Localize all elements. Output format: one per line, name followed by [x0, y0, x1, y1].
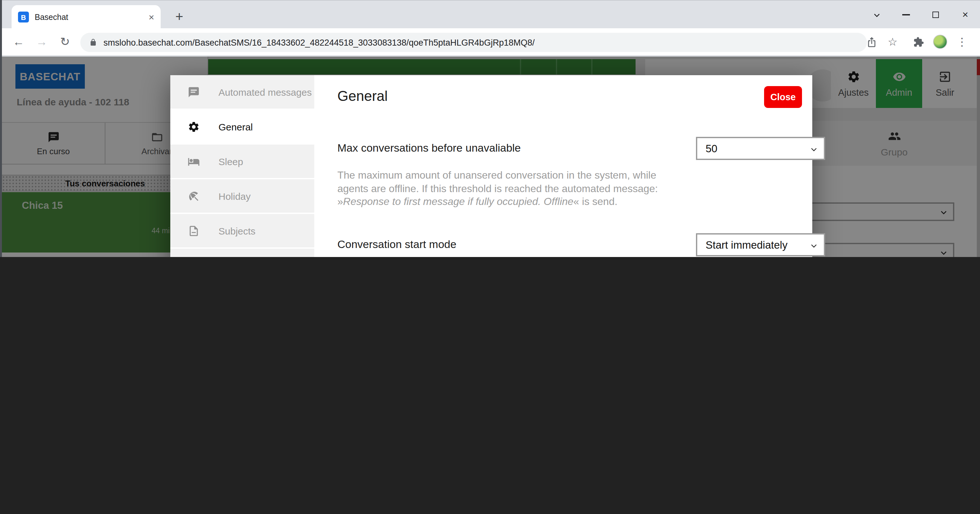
- tab-strip: B Basechat × + ×: [2, 0, 980, 28]
- page-title: General: [337, 88, 388, 105]
- browser-window: B Basechat × + × ← → ↻ smsloho.basechat.…: [0, 0, 980, 257]
- profile-avatar[interactable]: [931, 33, 949, 51]
- nav-item-sleep[interactable]: Sleep: [170, 145, 314, 178]
- nav-item-holiday[interactable]: Holiday: [170, 179, 314, 213]
- close-button[interactable]: Close: [764, 86, 802, 108]
- settings-modal: Automated messages General Sleep Holiday…: [170, 75, 812, 257]
- nav-label: Subjects: [218, 225, 255, 236]
- max-conversations-select[interactable]: 50: [696, 137, 825, 160]
- chevron-down-icon: [810, 242, 818, 250]
- max-conversations-row: Max conversations before unavaliable 50: [337, 137, 787, 160]
- lock-icon: [89, 38, 97, 46]
- chevron-down-icon: [810, 145, 818, 154]
- favicon: B: [18, 11, 29, 22]
- nav-item-automated-messages[interactable]: Automated messages: [170, 75, 314, 108]
- nav-label: Sleep: [218, 156, 243, 167]
- url-text: smsloho.basechat.com/BasechatSMS/16_1843…: [103, 38, 535, 47]
- umbrella-icon: [188, 190, 200, 202]
- browser-menu-icon[interactable]: ⋮: [953, 33, 971, 51]
- share-icon[interactable]: [862, 33, 880, 51]
- select-value: 50: [706, 142, 718, 154]
- nav-label: General: [218, 121, 253, 132]
- chat-icon: [188, 86, 200, 98]
- tab-title: Basechat: [35, 13, 148, 22]
- settings-content: General Close Max conversations before u…: [314, 75, 812, 257]
- page-content: BASECHAT Línea de ayuda - 102 118 En cur…: [2, 57, 980, 257]
- start-mode-row: Conversation start mode Start immediatel…: [337, 233, 787, 256]
- back-button[interactable]: ←: [10, 33, 28, 51]
- new-tab-button[interactable]: +: [170, 8, 188, 26]
- nav-item-general[interactable]: General: [170, 110, 314, 143]
- bookmark-star-icon[interactable]: ☆: [884, 33, 902, 51]
- nav-item-subjects[interactable]: Subjects: [170, 214, 314, 247]
- forward-button: →: [33, 33, 51, 51]
- browser-toolbar: ← → ↻ smsloho.basechat.com/BasechatSMS/1…: [2, 28, 980, 56]
- nav-label: Automated messages: [218, 86, 312, 97]
- address-bar[interactable]: smsloho.basechat.com/BasechatSMS/16_1843…: [80, 33, 867, 52]
- bed-icon: [188, 155, 200, 167]
- gear-icon: [188, 121, 200, 133]
- window-minimize-button[interactable]: [891, 1, 921, 29]
- max-conversations-description: The maximum amount of unansered conversa…: [337, 169, 668, 208]
- window-close-button[interactable]: ×: [950, 1, 980, 29]
- settings-nav: Automated messages General Sleep Holiday…: [170, 75, 314, 257]
- nav-item-evaluation[interactable]: Evaluation: [170, 249, 314, 257]
- start-mode-select[interactable]: Start immediately: [696, 233, 825, 256]
- tab-close-icon[interactable]: ×: [148, 12, 154, 22]
- document-icon: [188, 224, 200, 237]
- nav-label: Holiday: [218, 191, 251, 201]
- reload-button[interactable]: ↻: [56, 33, 74, 51]
- window-menu-chevron-icon[interactable]: [862, 1, 891, 29]
- select-value: Start immediately: [706, 239, 788, 251]
- window-maximize-button[interactable]: [921, 1, 950, 29]
- extensions-puzzle-icon[interactable]: [909, 33, 927, 51]
- browser-tab[interactable]: B Basechat ×: [11, 5, 161, 29]
